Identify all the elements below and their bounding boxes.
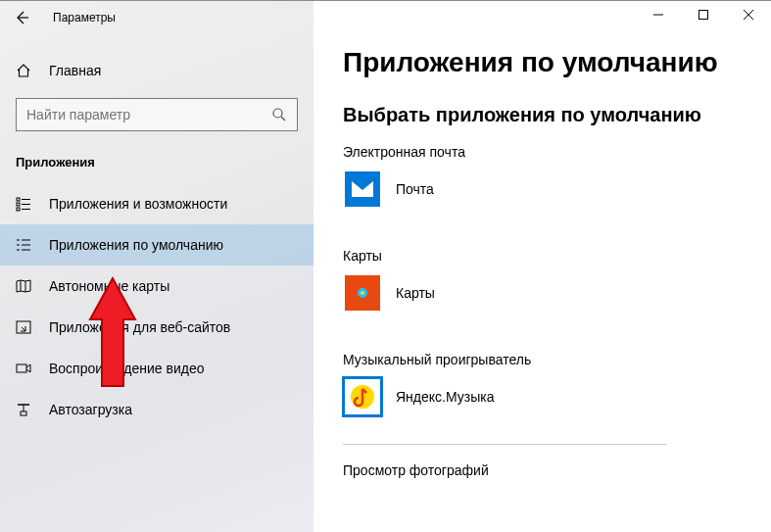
defaults-icon [16,237,31,253]
app-label: Почта [396,181,434,197]
map-icon [16,278,31,294]
sidebar-item-label: Приложения по умолчанию [49,237,223,253]
svg-rect-10 [17,208,20,211]
sidebar-item-apps-features[interactable]: Приложения и возможности [0,183,313,224]
category-music-label: Музыкальный проигрыватель [343,352,742,367]
app-label: Яндекс.Музыка [396,389,495,405]
page-title: Приложения по умолчанию [343,47,742,78]
minimize-button[interactable] [636,0,681,29]
default-app-maps[interactable]: Карты [343,273,742,313]
default-app-email[interactable]: Почта [343,169,742,209]
svg-point-4 [273,109,282,118]
sidebar-item-label: Автономные карты [49,278,169,294]
mail-icon [345,171,380,207]
titlebar: Параметры [0,0,771,35]
category-email-label: Электронная почта [343,144,742,160]
app-label: Карты [396,285,435,301]
sidebar-section: Приложения [0,149,313,183]
maps-icon [345,275,380,311]
category-maps-label: Карты [343,248,742,264]
music-icon [345,379,380,414]
svg-rect-1 [699,11,708,20]
home-label: Главная [49,63,101,78]
divider [343,444,666,445]
page-subtitle: Выбрать приложения по умолчанию [343,104,742,126]
home-icon [16,63,31,78]
sidebar-item-offline-maps[interactable]: Автономные карты [0,266,313,307]
sidebar-item-label: Автозагрузка [49,402,132,417]
svg-rect-24 [21,411,26,415]
category-photo-label: Просмотр фотографий [343,462,742,478]
sidebar: Главная Приложения Приложения и возможно… [0,0,313,532]
list-icon [16,196,31,212]
sidebar-item-video-playback[interactable]: Воспроизведение видео [0,348,313,389]
close-button[interactable] [726,0,771,29]
search-box[interactable] [16,98,298,131]
search-input[interactable] [26,107,262,122]
svg-rect-6 [17,198,20,201]
video-icon [16,361,31,376]
sidebar-item-default-apps[interactable]: Приложения по умолчанию [0,224,313,266]
svg-rect-8 [17,203,20,206]
sidebar-item-label: Воспроизведение видео [49,361,204,376]
startup-icon [16,402,31,417]
window-title: Параметры [53,11,116,24]
sidebar-item-label: Приложения и возможности [49,196,227,212]
default-app-music[interactable]: Яндекс.Музыка [343,377,742,416]
sidebar-item-label: Приложения для веб-сайтов [49,319,230,335]
svg-rect-21 [17,364,26,372]
maximize-button[interactable] [681,0,726,29]
sidebar-item-apps-for-websites[interactable]: Приложения для веб-сайтов [0,307,313,348]
svg-line-5 [281,117,285,121]
sidebar-item-startup[interactable]: Автозагрузка [0,389,313,430]
back-button[interactable] [14,10,29,25]
svg-point-27 [361,291,364,295]
websites-icon [16,319,31,335]
content-area: Приложения по умолчанию Выбрать приложен… [313,0,771,532]
home-nav[interactable]: Главная [0,55,313,86]
search-icon [271,107,287,122]
